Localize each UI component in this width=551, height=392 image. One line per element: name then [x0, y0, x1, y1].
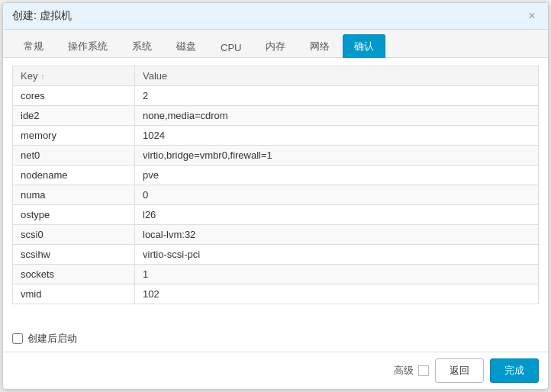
table-row: ostypel26 — [13, 205, 539, 225]
table-row: numa0 — [13, 185, 539, 205]
tab-general[interactable]: 常规 — [12, 34, 55, 58]
table-row: scsihwvirtio-scsi-pci — [13, 245, 539, 265]
create-vm-dialog: 创建: 虚拟机 × 常规 操作系统 系统 磁盘 CPU 内存 网络 确认 Key… — [2, 2, 549, 390]
tab-system[interactable]: 系统 — [121, 34, 163, 58]
dialog-footer: 高级 返回 完成 — [3, 352, 548, 389]
table-cell-key: memory — [13, 126, 135, 146]
table-cell-value: 1 — [135, 265, 539, 284]
table-cell-key: net0 — [13, 146, 135, 165]
start-after-create-text: 创建后启动 — [27, 332, 77, 345]
table-cell-key: nodename — [13, 165, 135, 185]
table-cell-value: pve — [135, 165, 539, 185]
table-row: cores2 — [13, 86, 539, 106]
table-cell-value: local-lvm:32 — [135, 225, 539, 245]
table-row: vmid102 — [13, 284, 539, 304]
tab-disk[interactable]: 磁盘 — [165, 34, 208, 58]
advanced-label: 高级 — [394, 364, 414, 378]
table-cell-key: numa — [13, 185, 135, 205]
advanced-checkbox[interactable] — [418, 365, 429, 376]
table-row: net0virtio,bridge=vmbr0,firewall=1 — [13, 146, 539, 165]
dialog-header: 创建: 虚拟机 × — [3, 3, 548, 30]
table-cell-key: ide2 — [13, 106, 135, 126]
table-cell-value: virtio,bridge=vmbr0,firewall=1 — [135, 146, 539, 165]
col-header-value: Value — [135, 66, 539, 86]
table-cell-key: sockets — [13, 265, 135, 284]
back-button[interactable]: 返回 — [435, 358, 484, 383]
table-row: ide2none,media=cdrom — [13, 106, 539, 126]
table-cell-value: 1024 — [135, 126, 539, 146]
table-cell-value: 0 — [135, 185, 539, 205]
advanced-section: 高级 — [394, 364, 429, 378]
start-after-create-checkbox[interactable] — [12, 333, 23, 344]
tab-os[interactable]: 操作系统 — [56, 34, 119, 58]
table-row: nodenamepve — [13, 165, 539, 185]
table-cell-value: 2 — [135, 86, 539, 106]
tab-memory[interactable]: 内存 — [254, 34, 297, 58]
dialog-body: Key↑ Value cores2ide2none,media=cdrommem… — [3, 58, 548, 326]
sort-icon[interactable]: ↑ — [40, 72, 44, 81]
tab-confirm[interactable]: 确认 — [343, 34, 385, 58]
close-button[interactable]: × — [525, 9, 539, 23]
tab-cpu[interactable]: CPU — [209, 37, 253, 58]
table-cell-key: vmid — [13, 284, 135, 304]
config-table: Key↑ Value cores2ide2none,media=cdrommem… — [12, 66, 539, 304]
table-cell-value: virtio-scsi-pci — [135, 245, 539, 265]
col-header-key: Key↑ — [13, 66, 135, 86]
table-cell-key: cores — [13, 86, 135, 106]
finish-button[interactable]: 完成 — [490, 358, 539, 383]
footer-top: 创建后启动 — [3, 326, 548, 352]
table-cell-value: none,media=cdrom — [135, 106, 539, 126]
tab-network[interactable]: 网络 — [298, 34, 341, 58]
table-cell-key: ostype — [13, 205, 135, 225]
tab-bar: 常规 操作系统 系统 磁盘 CPU 内存 网络 确认 — [3, 30, 548, 58]
table-cell-key: scsihw — [13, 245, 135, 265]
table-row: scsi0local-lvm:32 — [13, 225, 539, 245]
table-cell-value: 102 — [135, 284, 539, 304]
table-row: sockets1 — [13, 265, 539, 284]
table-cell-key: scsi0 — [13, 225, 135, 245]
table-cell-value: l26 — [135, 205, 539, 225]
start-after-create-label[interactable]: 创建后启动 — [12, 332, 77, 345]
table-row: memory1024 — [13, 126, 539, 146]
dialog-title: 创建: 虚拟机 — [12, 9, 72, 23]
